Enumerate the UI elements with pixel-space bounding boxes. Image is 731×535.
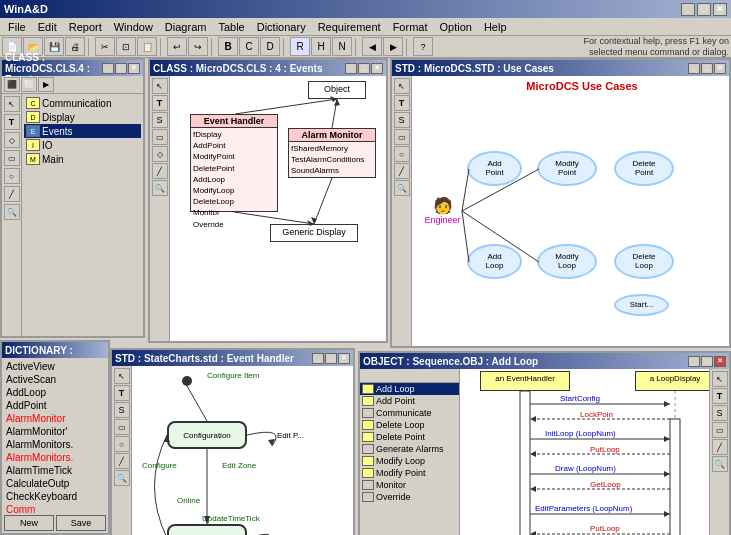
st-text[interactable]: T [114,385,130,401]
menu-dictionary[interactable]: Dictionary [251,20,312,34]
uc-close[interactable]: ✕ [714,63,726,74]
side-rect[interactable]: ▭ [4,150,20,166]
menu-report[interactable]: Report [63,20,108,34]
seq-s-tool[interactable]: S [712,405,728,421]
st-rect[interactable]: ▭ [114,419,130,435]
seq-max[interactable]: □ [701,356,713,367]
dict-item[interactable]: AlarmTimeTick [4,464,106,477]
seq-item-monitor[interactable]: Monitor [360,479,459,491]
dict-item[interactable]: AlarmMonitor' [4,425,106,438]
dict-item[interactable]: AlarmMonitors. [4,438,106,451]
seq-item-modify-point[interactable]: Modify Point [360,467,459,479]
side-line[interactable]: ╱ [4,186,20,202]
menu-file[interactable]: File [2,20,32,34]
b-btn[interactable]: B [218,37,238,56]
dict-item[interactable]: CheckKeyboard [4,490,106,503]
cdiag-arrow[interactable]: ↖ [152,78,168,94]
dict-item[interactable]: ActiveView [4,360,106,373]
seq-item-add-loop[interactable]: Add Loop [360,383,459,395]
seq-text-tool[interactable]: T [712,388,728,404]
uc-arrow[interactable]: ↖ [394,78,410,94]
paste-btn[interactable]: 📋 [137,37,157,56]
uc-zoom[interactable]: 🔍 [394,180,410,196]
dict-item[interactable]: AddPoint [4,399,106,412]
cdiag-max[interactable]: □ [358,63,370,74]
seq-item-delete-loop[interactable]: Delete Loop [360,419,459,431]
tree-item-io[interactable]: I IO [24,138,141,152]
dict-item[interactable]: ActiveScan [4,373,106,386]
dict-new-btn[interactable]: New [4,515,54,531]
cdiag-close[interactable]: ✕ [371,63,383,74]
redo-btn[interactable]: ↪ [188,37,208,56]
tree-item-communication[interactable]: C Communication [24,96,141,110]
dict-item[interactable]: AddLoop [4,386,106,399]
seq-item-gen-alarms[interactable]: Generate Alarms [360,443,459,455]
uc-line[interactable]: ╱ [394,163,410,179]
minimize-button[interactable]: _ [681,3,695,16]
h-btn[interactable]: H [311,37,331,56]
uc-max[interactable]: □ [701,63,713,74]
cdiag-text[interactable]: T [152,95,168,111]
dict-item[interactable]: CalculateOutp [4,477,106,490]
uc-s[interactable]: S [394,112,410,128]
undo-btn[interactable]: ↩ [167,37,187,56]
menu-requirement[interactable]: Requirement [312,20,387,34]
dict-save-btn[interactable]: Save [56,515,106,531]
seq-item-override[interactable]: Override [360,491,459,503]
seq-arrow-tool[interactable]: ↖ [712,371,728,387]
menu-window[interactable]: Window [108,20,159,34]
side-diamond[interactable]: ◇ [4,132,20,148]
c-btn[interactable]: C [239,37,259,56]
cdiag-zoom[interactable]: 🔍 [152,180,168,196]
menu-edit[interactable]: Edit [32,20,63,34]
uc-oval[interactable]: ○ [394,146,410,162]
st-s[interactable]: S [114,402,130,418]
menu-table[interactable]: Table [212,20,250,34]
class-tool-2[interactable]: ⬜ [21,77,37,92]
uc-rect[interactable]: ▭ [394,129,410,145]
side-arrow[interactable]: ↖ [4,96,20,112]
side-zoom[interactable]: 🔍 [4,204,20,220]
seq-rect-tool[interactable]: ▭ [712,422,728,438]
tree-item-display[interactable]: D Display [24,110,141,124]
st-circle[interactable]: ○ [114,436,130,452]
side-text[interactable]: T [4,114,20,130]
seq-line-tool[interactable]: ╱ [712,439,728,455]
state-min[interactable]: _ [312,353,324,364]
cdiag-diamond[interactable]: ◇ [152,146,168,162]
d-btn[interactable]: D [260,37,280,56]
side-circle[interactable]: ○ [4,168,20,184]
class-tool-3[interactable]: ▶ [38,77,54,92]
seq-item-delete-point[interactable]: Delete Point [360,431,459,443]
q-btn[interactable]: ? [413,37,433,56]
seq-close[interactable]: ✕ [714,356,726,367]
right-btn[interactable]: ▶ [383,37,403,56]
st-arrow[interactable]: ↖ [114,368,130,384]
seq-item-communicate[interactable]: Communicate [360,407,459,419]
cdiag-rect[interactable]: ▭ [152,129,168,145]
n-btn[interactable]: N [332,37,352,56]
seq-item-add-point[interactable]: Add Point [360,395,459,407]
class-max[interactable]: □ [115,63,127,74]
menu-diagram[interactable]: Diagram [159,20,213,34]
dict-item-alarm[interactable]: AlarmMonitor [4,412,106,425]
class-tool-1[interactable]: ⬛ [4,77,20,92]
tree-item-events[interactable]: E Events [24,124,141,138]
st-zoom[interactable]: 🔍 [114,470,130,486]
close-button[interactable]: ✕ [713,3,727,16]
state-close[interactable]: ✕ [338,353,350,364]
copy-btn[interactable]: ⊡ [116,37,136,56]
state-max[interactable]: □ [325,353,337,364]
r-btn[interactable]: R [290,37,310,56]
seq-zoom-tool[interactable]: 🔍 [712,456,728,472]
cdiag-min[interactable]: _ [345,63,357,74]
cdiag-line[interactable]: ╱ [152,163,168,179]
seq-min[interactable]: _ [688,356,700,367]
class-min[interactable]: _ [102,63,114,74]
uc-text[interactable]: T [394,95,410,111]
class-close[interactable]: ✕ [128,63,140,74]
uc-min[interactable]: _ [688,63,700,74]
seq-item-modify-loop[interactable]: Modify Loop [360,455,459,467]
tree-item-main[interactable]: M Main [24,152,141,166]
maximize-button[interactable]: □ [697,3,711,16]
